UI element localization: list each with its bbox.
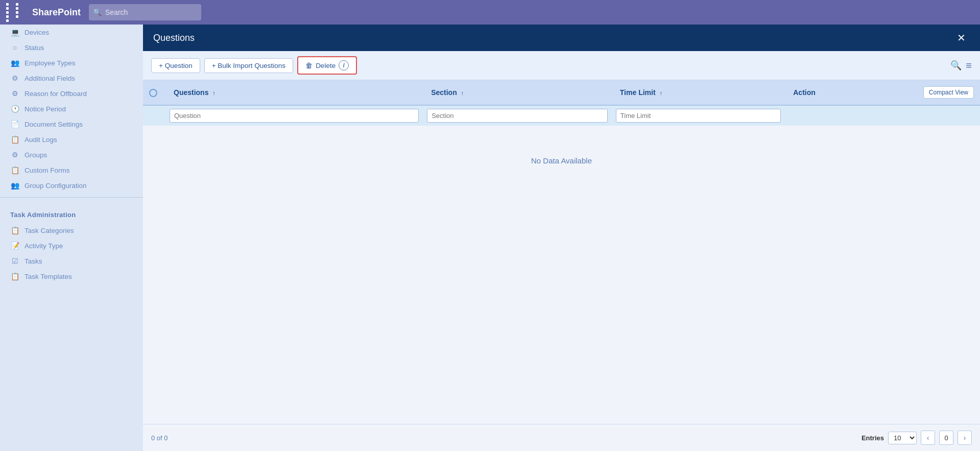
delete-label: Delete (316, 62, 336, 69)
compact-view-button[interactable]: Compact View (923, 86, 974, 99)
tasks-icon: ☑ (10, 257, 19, 265)
filter-questions-input[interactable] (170, 109, 419, 123)
trash-icon: 🗑 (305, 61, 313, 69)
sidebar-item-task-categories[interactable]: 📋 Task Categories (0, 223, 143, 238)
add-question-button[interactable]: + Question (151, 58, 200, 73)
prev-page-button[interactable]: ‹ (921, 431, 935, 445)
sidebar-item-additional-fields[interactable]: ⚙ Additional Fields (0, 70, 143, 86)
app-logo: SharePoint (32, 7, 81, 18)
section-sort-arrow: ↑ (461, 90, 464, 96)
sidebar-label-task-templates: Task Templates (25, 273, 72, 280)
main-layout: 💻 Devices ○ Status 👥 Employee Types ⚙ Ad… (0, 25, 980, 451)
sidebar-label-devices: Devices (25, 29, 49, 36)
modal-title: Questions (153, 33, 195, 43)
devices-icon: 💻 (10, 28, 19, 36)
sidebar-label-audit-logs: Audit Logs (25, 136, 57, 144)
groups-icon: ⚙ (10, 151, 19, 159)
table-body: No Data Available (143, 126, 980, 196)
table-container: Questions ↑ Section ↑ Time Limit ↑ (143, 80, 980, 424)
sidebar-label-status: Status (25, 44, 44, 52)
sidebar-label-reason-offboard: Reason for Offboard (25, 90, 87, 98)
group-config-icon: 👥 (10, 181, 19, 189)
pagination-right: Entries 10 25 50 100 ‹ 0 › (862, 431, 972, 445)
filter-check-cell (143, 105, 165, 126)
sidebar-item-devices[interactable]: 💻 Devices (0, 25, 143, 40)
time-limit-column-header[interactable]: Time Limit ↑ (612, 80, 785, 105)
sidebar-label-employee-types: Employee Types (25, 59, 76, 67)
sidebar-item-activity-type[interactable]: 📝 Activity Type (0, 238, 143, 253)
action-column-header: Action (785, 80, 871, 105)
sidebar-item-status[interactable]: ○ Status (0, 40, 143, 55)
sidebar: 💻 Devices ○ Status 👥 Employee Types ⚙ Ad… (0, 25, 143, 451)
section-column-header[interactable]: Section ↑ (423, 80, 612, 105)
time-limit-sort-arrow: ↑ (659, 90, 662, 96)
task-categories-icon: 📋 (10, 226, 19, 234)
sidebar-item-document-settings[interactable]: 📄 Document Settings (0, 116, 143, 132)
filter-action-cell (785, 105, 871, 126)
sidebar-item-tasks[interactable]: ☑ Tasks (0, 253, 143, 269)
filter-section-input[interactable] (427, 109, 608, 123)
delete-button[interactable]: 🗑 Delete i (297, 56, 357, 75)
table-search-icon[interactable]: 🔍 (950, 60, 962, 71)
filter-time-limit-input[interactable] (616, 109, 781, 123)
modal-header: Questions ✕ (143, 25, 980, 51)
topbar-search-input[interactable] (89, 4, 201, 20)
sidebar-label-group-configuration: Group Configuration (25, 182, 87, 189)
modal-close-button[interactable]: ✕ (953, 31, 970, 45)
bulk-import-button[interactable]: + Bulk Import Questions (204, 58, 293, 73)
sidebar-item-task-templates[interactable]: 📋 Task Templates (0, 269, 143, 284)
sidebar-item-notice-period[interactable]: 🕐 Notice Period (0, 101, 143, 116)
modal-toolbar: + Question + Bulk Import Questions 🗑 Del… (143, 51, 980, 80)
sidebar-item-audit-logs[interactable]: 📋 Audit Logs (0, 132, 143, 147)
sidebar-item-reason-for-offboard[interactable]: ⚙ Reason for Offboard (0, 86, 143, 101)
custom-forms-icon: 📋 (10, 166, 19, 174)
sidebar-label-groups: Groups (25, 151, 47, 159)
filter-time-limit-cell (612, 105, 785, 126)
no-data-row: No Data Available (143, 126, 980, 196)
app-grid-icon[interactable] (6, 3, 24, 22)
content-area: Questions ✕ + Question + Bulk Import Que… (143, 25, 980, 451)
check-column-header (143, 80, 165, 105)
document-settings-icon: 📄 (10, 120, 19, 128)
sidebar-divider (0, 197, 143, 198)
header-radio[interactable] (149, 89, 157, 97)
current-page: 0 (939, 431, 953, 445)
questions-table: Questions ↑ Section ↑ Time Limit ↑ (143, 80, 980, 196)
sidebar-label-additional-fields: Additional Fields (25, 75, 75, 82)
next-page-button[interactable]: › (958, 431, 972, 445)
table-menu-icon[interactable]: ≡ (966, 60, 972, 72)
sidebar-label-task-categories: Task Categories (25, 227, 74, 234)
employee-types-icon: 👥 (10, 59, 19, 67)
entries-label: Entries (862, 434, 884, 442)
search-wrap: 🔍 (89, 4, 201, 20)
sidebar-label-notice-period: Notice Period (25, 105, 66, 113)
modal-panel: Questions ✕ + Question + Bulk Import Que… (143, 25, 980, 451)
task-templates-icon: 📋 (10, 272, 19, 280)
audit-logs-icon: 📋 (10, 135, 19, 144)
sidebar-item-custom-forms[interactable]: 📋 Custom Forms (0, 162, 143, 178)
table-filter-row (143, 105, 980, 126)
pagination-info: 0 of 0 (151, 434, 168, 442)
filter-section-cell (423, 105, 612, 126)
additional-fields-icon: ⚙ (10, 74, 19, 82)
task-admin-header: Task Administration (0, 202, 143, 223)
activity-type-icon: 📝 (10, 242, 19, 250)
notice-period-icon: 🕐 (10, 105, 19, 113)
questions-column-header[interactable]: Questions ↑ (165, 80, 423, 105)
entries-select[interactable]: 10 25 50 100 (888, 432, 917, 444)
sidebar-item-employee-types[interactable]: 👥 Employee Types (0, 55, 143, 70)
filter-questions-cell (165, 105, 423, 126)
info-icon[interactable]: i (339, 60, 349, 70)
compact-view-column: Compact View (871, 80, 980, 105)
no-data-cell: No Data Available (143, 126, 980, 196)
table-footer: 0 of 0 Entries 10 25 50 100 ‹ 0 › (143, 424, 980, 451)
table-header-row: Questions ↑ Section ↑ Time Limit ↑ (143, 80, 980, 105)
status-icon: ○ (10, 43, 19, 52)
sidebar-item-groups[interactable]: ⚙ Groups (0, 147, 143, 162)
sidebar-label-activity-type: Activity Type (25, 242, 63, 250)
sidebar-item-group-configuration[interactable]: 👥 Group Configuration (0, 178, 143, 193)
filter-extra-cell (871, 105, 980, 126)
reason-offboard-icon: ⚙ (10, 89, 19, 98)
modal-overlay: Questions ✕ + Question + Bulk Import Que… (143, 25, 980, 451)
sidebar-label-tasks: Tasks (25, 257, 42, 265)
